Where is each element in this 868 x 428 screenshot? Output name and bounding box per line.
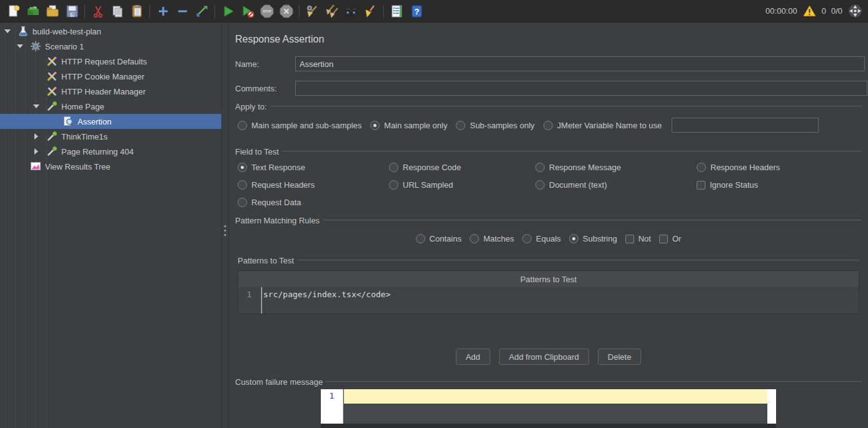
tree-item-build-web-test-plan[interactable]: build-web-test-plan <box>0 24 221 39</box>
comments-input[interactable] <box>295 81 867 96</box>
checkbox-or[interactable]: Or <box>659 234 681 243</box>
copy-button[interactable] <box>108 2 127 21</box>
radio-icon <box>535 180 545 190</box>
start-no-pauses-button[interactable] <box>238 2 257 21</box>
checkbox-icon <box>659 235 668 243</box>
cut-button[interactable] <box>88 2 108 21</box>
start-no-pauses-icon <box>240 4 255 19</box>
patterns-column-header: Patterns to Test <box>238 271 859 287</box>
add-from-clipboard-button[interactable]: Add from Clipboard <box>499 349 589 365</box>
splitter-grip-icon[interactable]: ••• <box>222 224 228 237</box>
row-number: 1 <box>238 287 261 313</box>
radio-request-headers[interactable]: Request Headers <box>238 180 389 190</box>
add-icon <box>156 4 171 19</box>
panel-splitter[interactable]: ••• <box>221 23 229 428</box>
radio-jmeter-variable-name[interactable]: JMeter Variable Name to use <box>543 121 662 130</box>
option-label: Contains <box>430 234 462 243</box>
tree-item-label: Page Returning 404 <box>61 147 134 156</box>
radio-main-sample-only[interactable]: Main sample only <box>370 121 447 130</box>
radio-response-code[interactable]: Response Code <box>389 163 535 172</box>
thread-group-icon <box>30 41 41 52</box>
radio-matches[interactable]: Matches <box>470 234 514 243</box>
paste-button[interactable] <box>127 2 146 21</box>
thread-indicator-icon <box>847 3 863 19</box>
jmeter-variable-input[interactable] <box>672 118 819 133</box>
tree-item-view-results-tree[interactable]: View Results Tree <box>0 159 221 174</box>
radio-response-message[interactable]: Response Message <box>535 163 697 172</box>
tree-item-scenario-1[interactable]: Scenario 1 <box>0 39 221 54</box>
option-label: Or <box>672 234 681 243</box>
tree-item-home-page[interactable]: Home Page <box>0 99 221 114</box>
radio-substring[interactable]: Substring <box>569 234 617 243</box>
tree-item-label: View Results Tree <box>45 162 111 171</box>
add-element-button[interactable] <box>153 2 173 21</box>
radio-response-headers[interactable]: Response Headers <box>697 163 847 172</box>
jmeter-window: STOP ? 00:00:00 0 0/0 build-web-test-pla… <box>0 0 868 428</box>
tree-item-label: Home Page <box>61 102 104 111</box>
expander-icon[interactable] <box>30 148 43 155</box>
expander-icon[interactable] <box>30 133 43 140</box>
toolbar-separator <box>383 4 384 18</box>
search-button[interactable] <box>341 2 361 21</box>
tree-item-http-request-defaults[interactable]: HTTP Request Defaults <box>0 54 221 69</box>
help-icon: ? <box>409 4 424 19</box>
open-file-button[interactable] <box>43 2 62 21</box>
radio-url-sampled[interactable]: URL Sampled <box>389 180 535 190</box>
radio-request-data[interactable]: Request Data <box>238 198 389 207</box>
editor-lower-edge <box>321 424 776 428</box>
patterns-table-body[interactable]: 1 src/pages/index.tsx</code> <box>238 287 859 313</box>
pattern-cell[interactable]: src/pages/index.tsx</code> <box>263 290 391 299</box>
remove-element-button[interactable] <box>173 2 192 21</box>
clear-all-button[interactable] <box>322 2 341 21</box>
save-button[interactable] <box>62 2 81 21</box>
name-input[interactable] <box>295 56 865 71</box>
expander-icon[interactable] <box>1 29 14 33</box>
name-row: Name: <box>235 56 862 71</box>
function-helper-icon <box>390 4 405 19</box>
clear-button[interactable] <box>303 2 322 21</box>
radio-text-response[interactable]: Text Response <box>238 163 389 172</box>
tree-item-label: Assertion <box>78 117 111 126</box>
toggle-button[interactable] <box>192 2 211 21</box>
sampler-icon <box>46 101 58 112</box>
custom-failure-editor[interactable]: 1 <box>321 389 776 428</box>
tree-item-http-header-manager[interactable]: HTTP Header Manager <box>0 84 221 99</box>
help-button[interactable]: ? <box>406 2 426 21</box>
checkbox-not[interactable]: Not <box>625 234 651 243</box>
tree-item-page-returning-404[interactable]: Page Returning 404 <box>0 144 221 159</box>
assertion-icon <box>63 116 74 127</box>
shutdown-button[interactable] <box>276 2 296 21</box>
checkbox-ignore-status[interactable]: Ignore Status <box>697 180 847 190</box>
new-file-button[interactable] <box>4 2 23 21</box>
name-label: Name: <box>235 59 259 69</box>
search-reset-button[interactable] <box>361 2 380 21</box>
option-label: Sub-samples only <box>470 121 534 130</box>
tree-item-http-cookie-manager[interactable]: HTTP Cookie Manager <box>0 69 221 84</box>
expander-icon[interactable] <box>14 44 26 48</box>
warning-triangle-icon[interactable] <box>802 4 817 18</box>
radio-contains[interactable]: Contains <box>416 234 462 243</box>
start-button[interactable] <box>218 2 238 21</box>
delete-button[interactable]: Delete <box>598 349 642 365</box>
radio-icon <box>238 198 247 207</box>
function-helper-button[interactable] <box>387 2 406 21</box>
tree-item-assertion[interactable]: Assertion <box>0 114 221 129</box>
toolbar-separator <box>149 4 150 18</box>
radio-sub-samples-only[interactable]: Sub-samples only <box>456 121 534 130</box>
radio-icon <box>456 121 465 130</box>
radio-document-text[interactable]: Document (text) <box>535 180 697 190</box>
tree-item-thinktime1s[interactable]: ThinkTime1s <box>0 129 221 144</box>
expander-icon[interactable] <box>30 104 43 108</box>
option-label: Request Data <box>251 198 301 207</box>
radio-equals[interactable]: Equals <box>522 234 561 243</box>
option-label: Equals <box>536 234 561 243</box>
editor-scrollbar[interactable] <box>767 389 776 424</box>
add-button[interactable]: Add <box>456 349 490 365</box>
radio-icon <box>416 234 425 243</box>
stop-button[interactable]: STOP <box>257 2 276 21</box>
templates-button[interactable] <box>23 2 43 21</box>
radio-selected-icon <box>370 121 380 130</box>
search-icon <box>344 4 359 19</box>
group-rule <box>270 106 862 107</box>
radio-main-sample-and-sub-samples[interactable]: Main sample and sub-samples <box>238 121 361 130</box>
